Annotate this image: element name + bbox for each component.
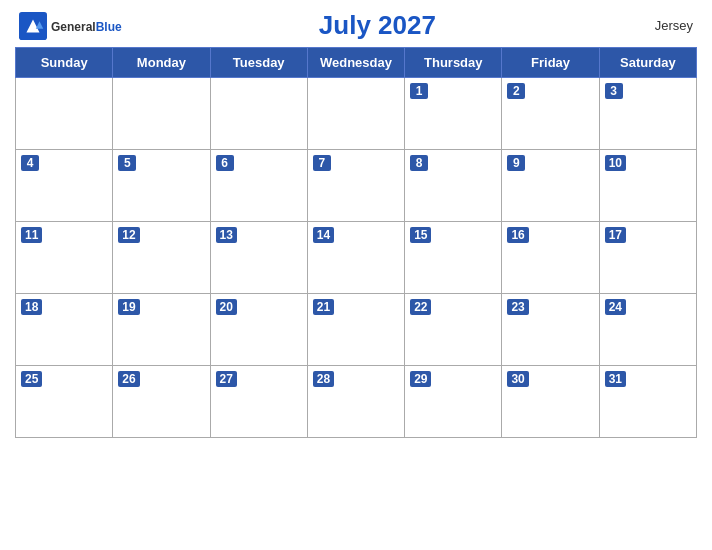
calendar-cell: 26: [113, 366, 210, 438]
calendar-cell: 21: [307, 294, 404, 366]
calendar-cell: 31: [599, 366, 696, 438]
calendar-cell: 27: [210, 366, 307, 438]
calendar-cell: [16, 78, 113, 150]
day-number: 25: [21, 371, 42, 387]
calendar-cell: 25: [16, 366, 113, 438]
calendar-body: 1234567891011121314151617181920212223242…: [16, 78, 697, 438]
day-number: 15: [410, 227, 431, 243]
day-number: 4: [21, 155, 39, 171]
calendar-cell: [210, 78, 307, 150]
calendar-cell: 15: [405, 222, 502, 294]
weekday-header: Tuesday: [210, 48, 307, 78]
day-number: 29: [410, 371, 431, 387]
logo-icon: [19, 12, 47, 40]
day-number: 2: [507, 83, 525, 99]
day-number: 30: [507, 371, 528, 387]
calendar-cell: 4: [16, 150, 113, 222]
calendar-cell: 14: [307, 222, 404, 294]
calendar-week-row: 18192021222324: [16, 294, 697, 366]
calendar-cell: 30: [502, 366, 599, 438]
calendar-cell: 1: [405, 78, 502, 150]
calendar-cell: [113, 78, 210, 150]
weekday-header: Saturday: [599, 48, 696, 78]
calendar-cell: 11: [16, 222, 113, 294]
logo-text-blue: Blue: [96, 20, 122, 34]
day-number: 12: [118, 227, 139, 243]
calendar-cell: 7: [307, 150, 404, 222]
calendar-cell: 10: [599, 150, 696, 222]
calendar-cell: 16: [502, 222, 599, 294]
calendar-cell: 19: [113, 294, 210, 366]
day-number: 23: [507, 299, 528, 315]
calendar-cell: 24: [599, 294, 696, 366]
calendar-header: SundayMondayTuesdayWednesdayThursdayFrid…: [16, 48, 697, 78]
day-number: 5: [118, 155, 136, 171]
day-number: 17: [605, 227, 626, 243]
day-number: 22: [410, 299, 431, 315]
calendar-cell: 17: [599, 222, 696, 294]
calendar-cell: 3: [599, 78, 696, 150]
weekday-header: Thursday: [405, 48, 502, 78]
header: GeneralBlue July 2027 Jersey: [15, 10, 697, 41]
calendar-cell: 29: [405, 366, 502, 438]
calendar-cell: 13: [210, 222, 307, 294]
day-number: 14: [313, 227, 334, 243]
calendar-cell: 23: [502, 294, 599, 366]
calendar-cell: 6: [210, 150, 307, 222]
day-number: 28: [313, 371, 334, 387]
calendar-cell: 5: [113, 150, 210, 222]
calendar-cell: [307, 78, 404, 150]
day-number: 24: [605, 299, 626, 315]
day-number: 13: [216, 227, 237, 243]
weekday-header: Monday: [113, 48, 210, 78]
calendar-week-row: 25262728293031: [16, 366, 697, 438]
day-number: 21: [313, 299, 334, 315]
day-number: 7: [313, 155, 331, 171]
logo-text-general: General: [51, 20, 96, 34]
logo: GeneralBlue: [19, 12, 122, 40]
calendar-cell: 2: [502, 78, 599, 150]
region-label: Jersey: [633, 18, 693, 33]
weekday-row: SundayMondayTuesdayWednesdayThursdayFrid…: [16, 48, 697, 78]
day-number: 31: [605, 371, 626, 387]
calendar-cell: 20: [210, 294, 307, 366]
calendar-cell: 8: [405, 150, 502, 222]
day-number: 20: [216, 299, 237, 315]
day-number: 8: [410, 155, 428, 171]
weekday-header: Friday: [502, 48, 599, 78]
calendar-title: July 2027: [122, 10, 633, 41]
day-number: 19: [118, 299, 139, 315]
calendar-cell: 22: [405, 294, 502, 366]
day-number: 3: [605, 83, 623, 99]
day-number: 1: [410, 83, 428, 99]
day-number: 10: [605, 155, 626, 171]
day-number: 26: [118, 371, 139, 387]
calendar-table: SundayMondayTuesdayWednesdayThursdayFrid…: [15, 47, 697, 438]
weekday-header: Sunday: [16, 48, 113, 78]
calendar-cell: 18: [16, 294, 113, 366]
calendar-week-row: 45678910: [16, 150, 697, 222]
day-number: 9: [507, 155, 525, 171]
day-number: 6: [216, 155, 234, 171]
calendar-week-row: 123: [16, 78, 697, 150]
page: GeneralBlue July 2027 Jersey SundayMonda…: [0, 0, 712, 550]
day-number: 27: [216, 371, 237, 387]
day-number: 11: [21, 227, 42, 243]
weekday-header: Wednesday: [307, 48, 404, 78]
calendar-cell: 28: [307, 366, 404, 438]
calendar-cell: 12: [113, 222, 210, 294]
day-number: 16: [507, 227, 528, 243]
day-number: 18: [21, 299, 42, 315]
calendar-cell: 9: [502, 150, 599, 222]
calendar-week-row: 11121314151617: [16, 222, 697, 294]
